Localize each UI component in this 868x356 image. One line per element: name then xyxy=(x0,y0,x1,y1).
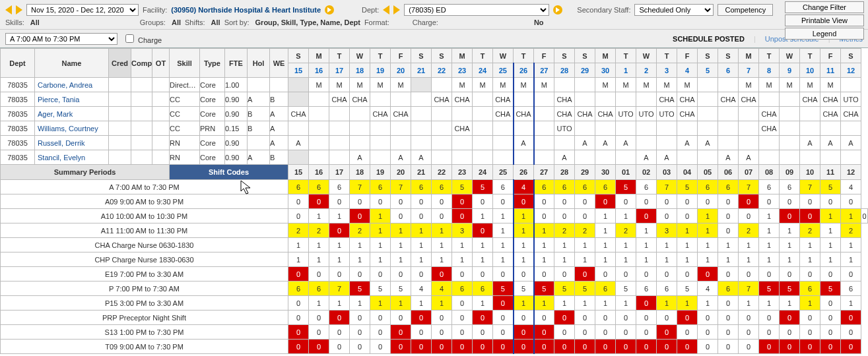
shift-cell[interactable]: M xyxy=(514,78,534,92)
shift-cell[interactable]: CHA xyxy=(493,107,514,121)
shift-cell[interactable] xyxy=(473,92,493,107)
summary-cell[interactable]: 1 xyxy=(698,223,718,238)
shift-cell[interactable] xyxy=(391,92,411,107)
charge-checkbox[interactable] xyxy=(125,34,134,43)
summary-cell[interactable]: 0 xyxy=(820,325,841,340)
summary-cell[interactable]: 5 xyxy=(616,180,636,194)
summary-cell[interactable]: 4 xyxy=(514,180,534,194)
shift-cell[interactable] xyxy=(432,121,452,136)
summary-cell[interactable]: 0 xyxy=(820,311,841,325)
summary-cell[interactable]: 0 xyxy=(657,325,677,340)
shift-cell[interactable]: CHA xyxy=(554,107,575,121)
summary-cell[interactable]: 0 xyxy=(718,296,739,311)
summary-cell[interactable]: 1 xyxy=(554,296,575,311)
summary-cell[interactable]: 0 xyxy=(677,325,698,340)
shift-cell[interactable] xyxy=(718,121,739,136)
summary-cell[interactable]: 0 xyxy=(493,267,514,282)
shift-cell[interactable] xyxy=(493,136,514,150)
summary-cell[interactable]: 0 xyxy=(800,209,820,223)
shift-cell[interactable] xyxy=(820,150,841,165)
summary-cell[interactable]: 5 xyxy=(493,282,514,296)
shift-cell[interactable] xyxy=(309,107,329,121)
staff-name[interactable]: Carbone, Andrea xyxy=(35,78,109,92)
shift-cell[interactable] xyxy=(698,78,718,92)
shift-cell[interactable]: M xyxy=(473,78,493,92)
shift-cell[interactable] xyxy=(575,121,595,136)
shift-cell[interactable]: UTO xyxy=(841,92,861,107)
summary-cell[interactable]: 0 xyxy=(473,340,493,354)
summary-cell[interactable]: 1 xyxy=(759,296,780,311)
shift-cell[interactable]: A xyxy=(350,150,370,165)
date-19[interactable]: 19 xyxy=(370,63,391,78)
summary-cell[interactable]: 0 xyxy=(432,209,452,223)
summary-cell[interactable]: 4 xyxy=(432,282,452,296)
summary-cell[interactable]: 6 xyxy=(370,180,391,194)
summary-cell[interactable]: 1 xyxy=(391,296,411,311)
shift-cell[interactable]: M xyxy=(636,78,657,92)
summary-cell[interactable]: 0 xyxy=(718,267,739,282)
shift-cell[interactable]: A xyxy=(841,136,861,150)
shift-cell[interactable]: M xyxy=(534,78,554,92)
summary-cell[interactable]: 0 xyxy=(329,267,350,282)
shift-cell[interactable] xyxy=(473,150,493,165)
shift-cell[interactable] xyxy=(759,92,780,107)
shift-cell[interactable] xyxy=(309,121,329,136)
summary-cell[interactable]: 0 xyxy=(493,340,514,354)
shift-cell[interactable]: M xyxy=(739,78,759,92)
date-11[interactable]: 11 xyxy=(820,63,841,78)
shift-cell[interactable] xyxy=(411,92,432,107)
summary-cell[interactable]: 0 xyxy=(554,267,575,282)
summary-cell[interactable]: 0 xyxy=(841,340,861,354)
shift-cell[interactable] xyxy=(432,107,452,121)
summary-cell[interactable]: 0 xyxy=(575,325,595,340)
summary-cell[interactable]: 1 xyxy=(800,252,820,267)
shift-cell[interactable]: M xyxy=(350,78,370,92)
shift-cell[interactable]: CHA xyxy=(595,107,616,121)
summary-cell[interactable]: 1 xyxy=(554,238,575,252)
summary-cell[interactable]: 0 xyxy=(554,325,575,340)
summary-cell[interactable]: 1 xyxy=(554,252,575,267)
summary-cell[interactable]: 5 xyxy=(820,282,841,296)
summary-cell[interactable]: 1 xyxy=(575,296,595,311)
summary-cell[interactable]: 5 xyxy=(820,180,841,194)
shift-cell[interactable] xyxy=(329,121,350,136)
date-3[interactable]: 3 xyxy=(657,63,677,78)
summary-cell[interactable]: 5 xyxy=(759,282,780,296)
summary-cell[interactable]: 6 xyxy=(534,180,554,194)
summary-cell[interactable]: 7 xyxy=(739,180,759,194)
summary-cell[interactable]: 1 xyxy=(391,238,411,252)
summary-cell[interactable]: 0 xyxy=(616,311,636,325)
facility-go-icon[interactable] xyxy=(325,5,334,15)
summary-cell[interactable]: 1 xyxy=(493,209,514,223)
summary-cell[interactable]: 5 xyxy=(473,180,493,194)
shift-cell[interactable]: CHA xyxy=(739,92,759,107)
shift-cell[interactable] xyxy=(595,92,616,107)
shift-cell[interactable]: UTO xyxy=(554,121,575,136)
shift-cell[interactable]: A xyxy=(514,136,534,150)
shift-cell[interactable] xyxy=(288,150,309,165)
shift-cell[interactable] xyxy=(329,136,350,150)
summary-cell[interactable]: 1 xyxy=(411,223,432,238)
shift-cell[interactable] xyxy=(288,121,309,136)
shift-cell[interactable] xyxy=(780,92,800,107)
summary-cell[interactable]: 7 xyxy=(657,180,677,194)
shift-filter-select[interactable]: A 7:00 AM to 7:30 PM xyxy=(5,33,117,45)
summary-cell[interactable]: 1 xyxy=(514,209,534,223)
summary-cell[interactable]: 1 xyxy=(698,252,718,267)
summary-cell[interactable]: 1 xyxy=(820,223,841,238)
shift-cell[interactable] xyxy=(780,136,800,150)
shift-cell[interactable]: M xyxy=(820,78,841,92)
summary-cell[interactable]: 0 xyxy=(309,194,329,209)
summary-cell[interactable]: 0 xyxy=(616,325,636,340)
printable-view-button[interactable]: Printable View xyxy=(785,15,864,26)
summary-cell[interactable]: 1 xyxy=(820,209,841,223)
summary-cell[interactable]: 6 xyxy=(595,180,616,194)
summary-cell[interactable]: 0 xyxy=(575,209,595,223)
summary-cell[interactable]: 1 xyxy=(595,223,616,238)
summary-cell[interactable]: 1 xyxy=(309,252,329,267)
summary-cell[interactable]: 0 xyxy=(514,267,534,282)
summary-cell[interactable]: 0 xyxy=(616,194,636,209)
summary-cell[interactable]: 6 xyxy=(288,180,309,194)
summary-cell[interactable]: 0 xyxy=(595,267,616,282)
summary-cell[interactable]: 0 xyxy=(370,194,391,209)
